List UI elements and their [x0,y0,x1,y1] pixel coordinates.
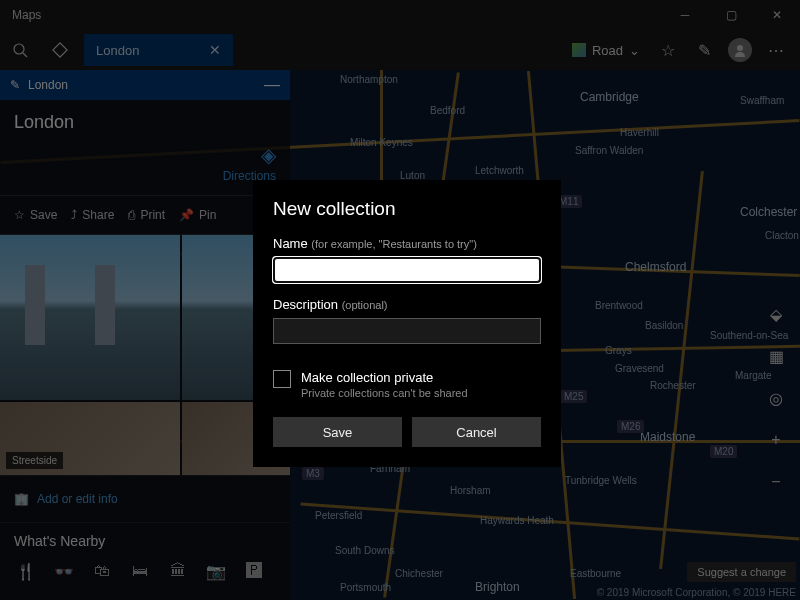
save-button[interactable]: Save [273,417,402,447]
name-input[interactable] [273,257,541,283]
private-sublabel: Private collections can't be shared [301,387,468,399]
new-collection-dialog: New collection Name (for example, "Resta… [253,180,561,467]
private-checkbox[interactable] [273,370,291,388]
dialog-title: New collection [273,198,541,220]
cancel-button[interactable]: Cancel [412,417,541,447]
private-label: Make collection private [301,370,468,385]
description-input[interactable] [273,318,541,344]
name-label: Name (for example, "Restaurants to try") [273,236,541,251]
description-label: Description (optional) [273,297,541,312]
